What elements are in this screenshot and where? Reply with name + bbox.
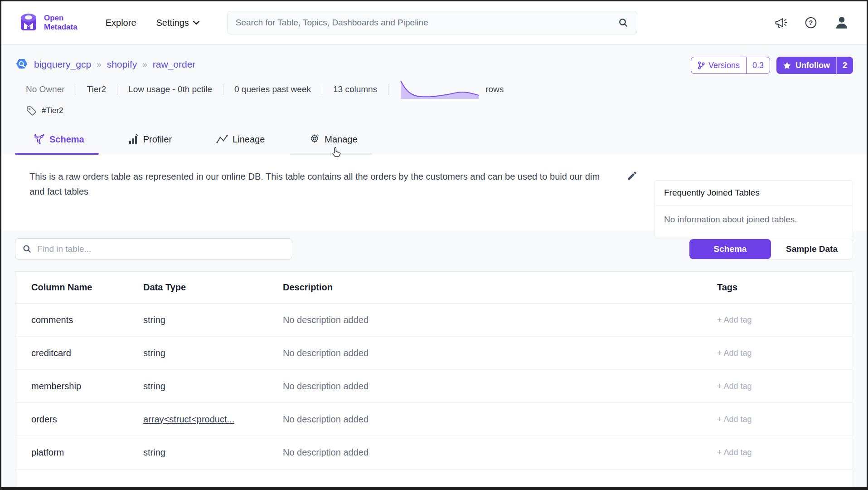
versions-label: Versions: [708, 61, 740, 70]
frequently-joined-tables-card: Frequently Joined Tables No information …: [655, 180, 853, 238]
svg-text:?: ?: [809, 19, 813, 26]
breadcrumb-service[interactable]: bigquery_gcp: [34, 59, 91, 70]
versions-count-badge: 0.3: [746, 57, 770, 74]
tier-tag[interactable]: #Tier2: [42, 106, 63, 115]
follower-count-badge: 2: [836, 57, 853, 74]
table-description: This is a raw orders table as represente…: [29, 169, 614, 230]
user-avatar[interactable]: [834, 15, 849, 30]
tier-stat: Tier2: [87, 84, 107, 94]
column-name: membership: [31, 381, 143, 392]
queries-stat: 0 queries past week: [234, 84, 311, 94]
profiler-icon: [129, 134, 139, 145]
tag-icon[interactable]: [26, 105, 37, 116]
breadcrumb-database[interactable]: shopify: [107, 59, 137, 70]
git-branch-icon: [698, 61, 705, 69]
columns-stat: 13 columns: [333, 84, 377, 94]
toggle-schema-button[interactable]: Schema: [689, 239, 771, 259]
breadcrumb-table[interactable]: raw_order: [153, 59, 196, 70]
schema-icon: [34, 134, 45, 144]
rows-stat-label: rows: [485, 84, 504, 94]
column-type: string: [143, 381, 283, 392]
entity-stats-row: No Owner Tier2 Low usage - 0th pctile 0 …: [15, 80, 853, 98]
col-header-tags: Tags: [717, 282, 837, 293]
entity-action-buttons: Versions 0.3 Unfollow 2: [691, 57, 853, 74]
toggle-sample-data-button[interactable]: Sample Data: [771, 239, 853, 259]
table-detail-page: bigquery_gcp » shopify » raw_order: [1, 57, 867, 490]
add-tag-button[interactable]: + Add tag: [717, 382, 837, 391]
edit-description-pencil-icon[interactable]: [627, 171, 637, 230]
openmetadata-logo[interactable]: Open Metadata: [18, 12, 78, 34]
find-in-table-box: [15, 238, 292, 260]
unfollow-label: Unfollow: [795, 61, 830, 70]
table-row-partial: [15, 469, 853, 490]
tab-profiler[interactable]: Profiler: [129, 131, 172, 155]
table-row-orders: orders array<struct<product... No descri…: [15, 403, 853, 436]
schema-sample-toggle: Schema Sample Data: [689, 239, 853, 260]
gear-icon: [309, 134, 320, 145]
star-icon: [783, 61, 791, 70]
column-description: No description added: [283, 348, 717, 358]
table-row-creditcard: creditcard string No description added +…: [15, 337, 853, 370]
breadcrumb-separator: »: [97, 59, 102, 69]
search-icon[interactable]: [618, 17, 629, 28]
col-header-name: Column Name: [31, 282, 143, 293]
schema-table-header: Column Name Data Type Description Tags: [15, 272, 853, 304]
breadcrumb-separator: »: [142, 59, 147, 69]
column-name: creditcard: [31, 348, 143, 358]
tab-lineage-label: Lineage: [233, 134, 265, 145]
logo-wordmark: Open Metadata: [44, 14, 78, 32]
stat-divider: [76, 84, 76, 95]
help-icon[interactable]: ?: [804, 16, 818, 29]
joined-tables-title: Frequently Joined Tables: [655, 181, 853, 206]
entity-tabs: Schema Profiler: [15, 131, 853, 155]
global-search-bar: [227, 11, 637, 34]
owner-stat: No Owner: [26, 84, 65, 94]
stat-divider: [322, 84, 322, 95]
nav-right-icons: ?: [774, 15, 849, 30]
find-in-table-input[interactable]: [37, 244, 285, 254]
table-row-platform: platform string No description added + A…: [15, 436, 853, 469]
table-toolbar: Schema Sample Data: [15, 238, 853, 260]
column-type: string: [143, 348, 283, 358]
tab-schema[interactable]: Schema: [34, 131, 84, 155]
row-count-sparkline: [399, 79, 480, 100]
primary-nav: Explore Settings: [106, 18, 200, 28]
usage-stat: Low usage - 0th pctile: [128, 84, 212, 94]
openmetadata-table-page: { "nav": { "logo_line1": "Open", "logo_l…: [0, 0, 868, 490]
column-description: No description added: [283, 315, 717, 325]
whats-new-megaphone-icon[interactable]: [774, 16, 788, 29]
nav-item-explore[interactable]: Explore: [106, 18, 136, 28]
column-description: No description added: [283, 414, 717, 425]
nav-item-settings[interactable]: Settings: [156, 18, 200, 28]
breadcrumb: bigquery_gcp » shopify » raw_order: [15, 57, 195, 71]
column-name: comments: [31, 315, 143, 325]
global-search-input[interactable]: [236, 18, 618, 28]
versions-button[interactable]: Versions 0.3: [691, 57, 770, 74]
mouse-cursor-hand-icon: [331, 147, 342, 159]
entity-tags-row: #Tier2: [15, 104, 853, 118]
tab-manage[interactable]: Manage: [309, 131, 357, 155]
column-name: orders: [31, 414, 143, 425]
col-header-type: Data Type: [143, 282, 283, 293]
breadcrumb-row: bigquery_gcp » shopify » raw_order: [15, 57, 853, 75]
column-type-expandable-link[interactable]: array<struct<product...: [143, 414, 283, 425]
tab-schema-label: Schema: [49, 134, 84, 145]
column-type: string: [143, 447, 283, 458]
column-name: platform: [31, 447, 143, 458]
col-header-description: Description: [283, 282, 717, 293]
unfollow-button[interactable]: Unfollow 2: [776, 57, 853, 74]
add-tag-button[interactable]: + Add tag: [717, 415, 837, 424]
search-icon: [22, 244, 32, 254]
column-description: No description added: [283, 381, 717, 392]
add-tag-button[interactable]: + Add tag: [717, 315, 837, 325]
description-section: This is a raw orders table as represente…: [1, 155, 867, 230]
stat-divider: [223, 84, 223, 95]
tab-lineage[interactable]: Lineage: [216, 131, 265, 155]
table-row-comments: comments string No description added + A…: [15, 304, 853, 337]
stat-divider: [388, 84, 388, 95]
add-tag-button[interactable]: + Add tag: [717, 348, 837, 358]
add-tag-button[interactable]: + Add tag: [717, 448, 837, 457]
table-row-membership: membership string No description added +…: [15, 370, 853, 403]
column-description: No description added: [283, 447, 717, 458]
schema-table: Column Name Data Type Description Tags c…: [15, 271, 853, 490]
